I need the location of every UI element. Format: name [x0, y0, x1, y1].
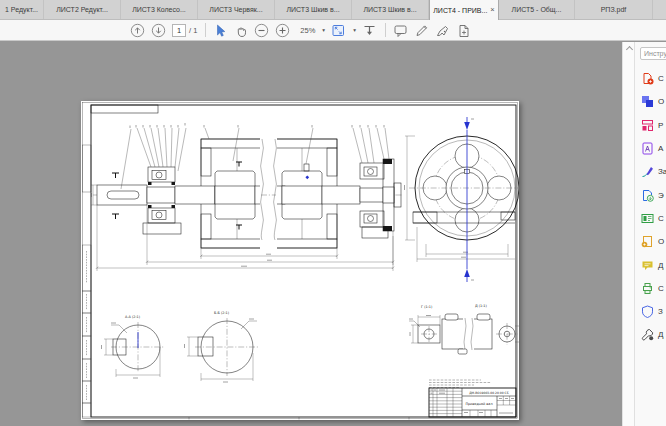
zoom-level-value[interactable]: 25% — [300, 26, 315, 35]
sheet-frame — [82, 102, 518, 419]
export-pdf-icon — [641, 189, 654, 202]
sign-button[interactable] — [435, 23, 450, 38]
tab-list3-shkiv1[interactable]: ЛИСТ3 Шкив в... — [275, 0, 352, 19]
shaft-detail-view: Г (1:1) Д (1:1) — [409, 304, 519, 354]
create-pdf-icon — [641, 72, 654, 85]
zoom-out-button[interactable] — [254, 23, 269, 38]
tab-list3-koleso[interactable]: ЛИСТ3 Колесо... — [121, 0, 198, 19]
tool-export-pdf[interactable]: Э — [635, 183, 666, 206]
tab-label: ЛИСТ3 Червяк... — [209, 6, 262, 13]
fit-page-button[interactable] — [331, 23, 346, 38]
document-action-icon — [456, 23, 471, 38]
end-view — [405, 117, 520, 282]
section-bb: Б-Б (2:1) — [185, 311, 260, 382]
section-bb-label: Б-Б (2:1) — [214, 311, 230, 315]
select-arrow-icon — [213, 23, 227, 38]
tool-scan-ocr[interactable]: С — [635, 207, 666, 230]
tool-edit-pdf[interactable]: Р — [635, 114, 666, 137]
tab-rpz[interactable]: РПЗ.pdf — [575, 0, 653, 19]
tool-create-pdf[interactable]: С — [635, 67, 666, 90]
acrobat-window: 1 Редукт... ЛИСТ2 Редукт... ЛИСТ3 Колесо… — [0, 0, 666, 426]
tab-close-icon[interactable]: × — [490, 6, 494, 14]
viewer-toolbar: 1 / 1 25% ▾ ▾ — [0, 20, 666, 41]
page-number-input[interactable]: 1 — [172, 24, 186, 37]
scan-ocr-icon — [641, 212, 654, 225]
tab-label: ЛИСТ5 - Общ... — [512, 6, 562, 13]
tab-label: ЛИСТ3 Шкив в... — [286, 6, 339, 13]
scroll-up-icon[interactable] — [625, 46, 632, 53]
title-block-designation: ДМ-ВО19003-00.20.00 СБ — [469, 391, 509, 395]
hand-tool-button[interactable] — [233, 23, 248, 38]
fit-width-icon — [362, 23, 377, 38]
tool-print-production[interactable]: С — [635, 277, 666, 300]
tool-combine-files[interactable]: О — [635, 90, 666, 113]
drawing-sheet[interactable]: А-А (2:1) Б-Б (2:1) — [81, 101, 519, 420]
edit-pdf-icon — [641, 119, 654, 132]
tools-search-input[interactable]: Инстру — [640, 47, 666, 60]
minus-circle-icon — [254, 23, 269, 38]
more-tools-icon — [641, 328, 654, 341]
tool-organize-pages[interactable]: О — [635, 230, 666, 253]
pencil-annotate-button[interactable] — [414, 23, 429, 38]
arrow-up-circle-icon — [130, 23, 145, 38]
protect-icon — [641, 305, 654, 318]
main-assembly-view — [93, 138, 403, 249]
plus-circle-icon — [275, 23, 290, 38]
tab-list1[interactable]: 1 Редукт... — [0, 0, 44, 19]
tool-protect[interactable]: З — [635, 300, 666, 323]
request-signatures-icon — [641, 142, 654, 155]
pencil-icon — [414, 23, 429, 38]
tab-list5[interactable]: ЛИСТ5 - Общ... — [499, 0, 575, 19]
combine-files-icon — [641, 95, 654, 108]
arrow-down-circle-icon — [151, 23, 166, 38]
tab-list4-privod-active[interactable]: ЛИСТ4 - ПРИВ... × — [429, 0, 499, 20]
select-tool-button[interactable] — [213, 23, 227, 38]
fit-caret-icon[interactable]: ▾ — [353, 27, 356, 33]
tool-request-signatures[interactable]: А — [635, 137, 666, 160]
fit-page-icon — [331, 23, 346, 38]
print-icon — [641, 282, 654, 295]
tab-label: ЛИСТ4 - ПРИВ... — [433, 7, 487, 14]
speech-bubble-icon — [393, 23, 408, 38]
title-block-part-name: Приводной вал — [465, 402, 492, 406]
toolbar-divider — [205, 23, 206, 37]
tab-label: 1 Редукт... — [5, 6, 38, 13]
tool-more-tools[interactable]: Д — [635, 323, 666, 346]
section-aa: А-А (2:1) — [102, 315, 166, 378]
tools-list: С О Р А За Э С — [635, 67, 666, 347]
zoom-caret-icon[interactable]: ▾ — [322, 27, 325, 33]
page-down-button[interactable] — [151, 23, 166, 38]
organize-pages-icon — [641, 235, 654, 248]
export-page-button[interactable] — [456, 23, 471, 38]
tab-label: ЛИСТ3 Шкив в... — [363, 6, 416, 13]
comment-button[interactable] — [393, 23, 408, 38]
tools-panel: Инстру С О Р А За — [634, 42, 666, 426]
document-canvas[interactable]: А-А (2:1) Б-Б (2:1) — [0, 42, 622, 426]
tool-fill-sign[interactable]: За — [635, 160, 666, 183]
section-aa-label: А-А (2:1) — [125, 315, 141, 319]
zoom-in-button[interactable] — [275, 23, 290, 38]
tab-list2[interactable]: ЛИСТ2 Редукт... — [44, 0, 121, 19]
scroll-mode-button[interactable] — [362, 23, 377, 38]
tab-label: ЛИСТ3 Колесо... — [132, 6, 186, 13]
toolbar-divider — [385, 23, 386, 37]
ink-signature-icon — [435, 23, 450, 38]
vertical-scrollbar[interactable] — [622, 42, 634, 426]
hand-icon — [233, 23, 248, 38]
detail-g-label: Г (1:1) — [421, 305, 433, 309]
fill-sign-icon — [641, 165, 654, 178]
tab-label: ЛИСТ2 Редукт... — [56, 6, 108, 13]
tab-list3-shkiv2[interactable]: ЛИСТ3 Шкив в... — [352, 0, 429, 19]
detail-d-label: Д (1:1) — [475, 304, 488, 308]
page-up-button[interactable] — [130, 23, 145, 38]
tool-comment[interactable]: Д — [635, 253, 666, 276]
comment-icon — [641, 259, 654, 272]
tab-list3-chervyak[interactable]: ЛИСТ3 Червяк... — [198, 0, 275, 19]
page-total-label: / 1 — [189, 26, 197, 35]
tab-label: РПЗ.pdf — [601, 6, 627, 13]
document-tabs: 1 Редукт... ЛИСТ2 Редукт... ЛИСТ3 Колесо… — [0, 0, 666, 20]
title-block: ДМ-ВО19003-00.20.00 СБ Приводной вал — [429, 380, 516, 417]
